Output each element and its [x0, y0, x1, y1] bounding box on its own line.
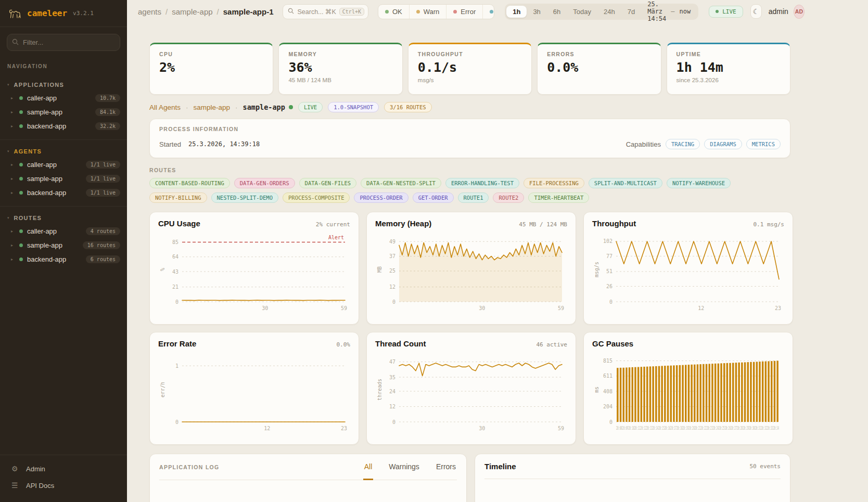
sidebar-item-backend-app[interactable]: ▸backend-app6 routes	[0, 252, 127, 266]
time-range-7d[interactable]: 7d	[621, 6, 641, 18]
sidebar-item-caller-app[interactable]: ▸caller-app4 routes	[0, 224, 127, 238]
status-filter-ok[interactable]: OK	[378, 5, 409, 19]
date-range-display[interactable]: 25. März 14:54—now	[641, 1, 697, 22]
route-badge-process-composite[interactable]: PROCESS-COMPOSITE	[283, 192, 350, 203]
chart-card-thread-count: Thread Count46 active012243547threads305…	[366, 332, 576, 445]
timeline-card: Timeline 50 events	[475, 454, 790, 502]
avatar[interactable]: AD	[794, 5, 805, 19]
svg-text:59: 59	[558, 305, 564, 311]
route-badge-get-order[interactable]: GET-ORDER	[413, 192, 454, 203]
kpi-row: CPU2%MEMORY36%45 MB / 124 MBTHROUGHPUT0.…	[149, 43, 790, 95]
sidebar-section-applications: ▾APPLICATIONS▸caller-app10.7k▸sample-app…	[0, 78, 127, 133]
svg-text:21: 21	[172, 284, 178, 290]
svg-text:MB: MB	[377, 266, 382, 273]
breadcrumb-agents[interactable]: agents	[138, 7, 161, 16]
time-range-24h[interactable]: 24h	[597, 6, 621, 18]
sidebar-item-backend-app[interactable]: ▸backend-app1/1 live	[0, 186, 127, 200]
kpi-value: 0.1/s	[418, 60, 522, 75]
svg-text:408: 408	[603, 389, 612, 394]
time-range-group: 1h3h6hToday24h7d25. März 14:54—now	[505, 4, 698, 20]
route-badge-notify-billing[interactable]: NOTIFY-BILLING	[149, 192, 207, 203]
kpi-value: 0.0%	[547, 60, 651, 75]
route-badge-route2[interactable]: ROUTE2	[493, 192, 524, 203]
range-from: 25. März 14:54	[647, 1, 666, 22]
footer-item-admin[interactable]: ⚙Admin	[0, 460, 127, 477]
chart-title: Thread Count	[375, 339, 426, 348]
route-badge-file-processing[interactable]: FILE-PROCESSING	[524, 178, 584, 188]
live-toggle[interactable]: LIVE	[709, 6, 743, 18]
route-badge-content-based-routing[interactable]: CONTENT-BASED-ROUTING	[149, 178, 230, 188]
sidebar-item-caller-app[interactable]: ▸caller-app10.7k	[0, 91, 127, 105]
route-badge-split-and-multicast[interactable]: SPLIT-AND-MULTICAST	[589, 178, 662, 188]
sidebar-item-sample-app[interactable]: ▸sample-app16 routes	[0, 238, 127, 252]
agent-link-sample-app[interactable]: sample-app	[194, 104, 231, 111]
filter-input[interactable]	[7, 34, 120, 51]
agent-selector-bar: All Agents·sample-app·sample-appLIVE1.0-…	[149, 102, 790, 112]
log-tabs: AllWarningsErrors	[363, 454, 457, 480]
sidebar-section-routes: ▾ROUTES▸caller-app4 routes▸sample-app16 …	[0, 206, 127, 266]
status-dot-icon	[19, 258, 23, 261]
sidebar-item-sample-app[interactable]: ▸sample-app1/1 live	[0, 172, 127, 186]
status-filter-running[interactable]: Running	[482, 5, 494, 19]
chevron-right-icon: ▸	[11, 176, 15, 181]
time-range-6h[interactable]: 6h	[547, 6, 567, 18]
route-badge-data-gen-files[interactable]: DATA-GEN-FILES	[299, 178, 357, 188]
chart-card-memory-heap: Memory (Heap)45 MB / 124 MB012253749MB30…	[366, 212, 576, 325]
log-tab-errors[interactable]: Errors	[435, 454, 457, 480]
theme-toggle-button[interactable]: ☾	[750, 4, 762, 19]
route-badge-process-order[interactable]: PROCESS-ORDER	[354, 192, 408, 203]
chart-card-error-rate: Error Rate0.0%01err/h1223	[149, 332, 359, 445]
sidebar-footer: ⚙Admin☰API Docs	[0, 455, 127, 502]
route-badge-route1[interactable]: ROUTE1	[458, 192, 489, 203]
route-badge-notify-warehouse[interactable]: NOTIFY-WAREHOUSE	[667, 178, 731, 188]
sidebar-item-caller-app[interactable]: ▸caller-app1/1 live	[0, 158, 127, 172]
status-filter-warn[interactable]: Warn	[409, 5, 446, 19]
status-filter-error[interactable]: Error	[446, 5, 482, 19]
log-tab-all[interactable]: All	[363, 454, 374, 480]
time-range-1h[interactable]: 1h	[506, 6, 527, 18]
status-dot-icon	[416, 10, 420, 14]
bottom-row: APPLICATION LOG AllWarningsErrors Timeli…	[149, 454, 790, 502]
svg-text:815: 815	[603, 358, 612, 364]
status-dot-icon	[19, 177, 23, 181]
chevron-right-icon: ▸	[11, 229, 15, 234]
kpi-card-uptime: UPTIME1h 14msince 25.3.2026	[667, 43, 790, 95]
status-dot-icon	[19, 229, 23, 233]
app-logo[interactable]: cameleer v3.2.1	[0, 0, 127, 27]
search-input[interactable]: Search... ⌘K Ctrl+K	[283, 4, 368, 19]
sidebar-section-header[interactable]: ▾AGENTS	[0, 146, 127, 158]
route-badge-nested-split-demo[interactable]: NESTED-SPLIT-DEMO	[211, 192, 278, 203]
sidebar-item-backend-app[interactable]: ▸backend-app32.2k	[0, 119, 127, 133]
route-badge-list: CONTENT-BASED-ROUTINGDATA-GEN-ORDERSDATA…	[149, 178, 790, 203]
sidebar-item-badge: 1/1 live	[86, 175, 120, 183]
camel-logo-icon	[7, 7, 22, 20]
sidebar-item-sample-app[interactable]: ▸sample-app84.1k	[0, 105, 127, 119]
status-dot-icon	[19, 124, 23, 128]
sidebar-item-label: caller-app	[27, 161, 82, 169]
footer-item-api-docs[interactable]: ☰API Docs	[0, 477, 127, 494]
kpi-subtext: since 25.3.2026	[676, 77, 781, 83]
svg-text:102: 102	[603, 238, 612, 244]
route-badge-data-gen-orders[interactable]: DATA-GEN-ORDERS	[234, 178, 295, 188]
log-tab-warnings[interactable]: Warnings	[388, 454, 420, 480]
breadcrumb-sample-app[interactable]: sample-app	[172, 7, 212, 16]
svg-text:threads: threads	[377, 379, 382, 401]
sidebar-item-badge: 16 routes	[83, 241, 120, 249]
agent-link-all-agents[interactable]: All Agents	[149, 104, 181, 111]
time-range-today[interactable]: Today	[567, 6, 597, 18]
sidebar-section-header[interactable]: ▾APPLICATIONS	[0, 80, 127, 91]
svg-text:35: 35	[389, 375, 395, 380]
time-range-3h[interactable]: 3h	[527, 6, 546, 18]
sidebar-section-header[interactable]: ▾ROUTES	[0, 213, 127, 224]
chart-title: Throughput	[592, 219, 636, 228]
moon-icon: ☾	[752, 7, 759, 16]
svg-text:23: 23	[775, 305, 781, 311]
kpi-card-memory: MEMORY36%45 MB / 124 MB	[278, 43, 402, 95]
section-label: ROUTES	[14, 215, 42, 221]
route-badge-data-gen-nested-split[interactable]: DATA-GEN-NESTED-SPLIT	[361, 178, 441, 188]
separator: ·	[186, 104, 188, 111]
live-dot-icon	[716, 10, 719, 13]
svg-text:49: 49	[389, 239, 395, 244]
route-badge-error-handling-test[interactable]: ERROR-HANDLING-TEST	[445, 178, 519, 188]
route-badge-timer-heartbeat[interactable]: TIMER-HEARTBEAT	[528, 192, 589, 203]
